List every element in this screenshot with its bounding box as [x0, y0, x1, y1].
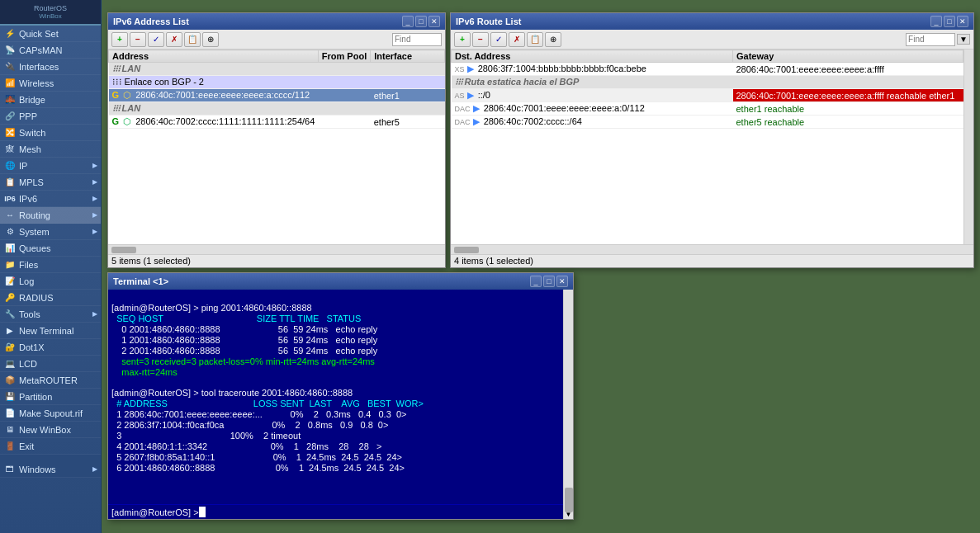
close-btn-route[interactable]: ✕: [957, 16, 968, 27]
sidebar-item-make-supout[interactable]: 📄 Make Supout.rif: [0, 405, 101, 422]
minimize-btn-addr[interactable]: _: [402, 16, 414, 27]
sidebar-item-bridge[interactable]: 🌉 Bridge: [0, 92, 101, 108]
maximize-btn-addr[interactable]: □: [415, 16, 427, 27]
mpls-icon: 📋: [3, 176, 17, 189]
minimize-btn-terminal[interactable]: _: [530, 276, 542, 287]
sidebar-item-partition[interactable]: 💾 Partition: [0, 389, 101, 405]
terminal-titlebar[interactable]: Terminal <1> _ □ ✕: [108, 273, 573, 290]
col-address[interactable]: Address: [109, 50, 319, 63]
terminal-cursor[interactable]: [199, 507, 206, 517]
separator-bgp: ⁝⁝⁝ Ruta estatica hacia el BGP: [452, 76, 963, 89]
copy-btn-addr[interactable]: 📋: [184, 32, 201, 47]
scrollbar-v-terminal[interactable]: ▼: [563, 290, 573, 519]
sidebar-item-new-terminal[interactable]: ▶ New Terminal: [0, 323, 101, 339]
sidebar-item-mpls[interactable]: 📋 MPLS ▶: [0, 174, 101, 191]
ipv6-route-list-titlebar[interactable]: IPv6 Route List _ □ ✕: [451, 13, 973, 30]
close-btn-addr[interactable]: ✕: [428, 16, 440, 27]
terminal-line-2: SEQ HOST SIZE TTL TIME STATUS: [111, 314, 361, 323]
table-row[interactable]: G ⬡ 2806:40c:7002:cccc:1111:1111:1111:25…: [109, 116, 445, 129]
add-btn-route[interactable]: +: [454, 32, 471, 47]
sidebar-item-wireless[interactable]: 📶 Wireless: [0, 75, 101, 92]
sidebar-item-radius[interactable]: 🔑 RADIUS: [0, 290, 101, 306]
ipv6-route-table-container[interactable]: Dst. Address Gateway XS ▶ 2806:3f7:1004:…: [451, 50, 963, 244]
ip-icon: 🌐: [3, 159, 17, 172]
scrollbar-h-route[interactable]: [451, 244, 973, 254]
filter-btn-addr[interactable]: ⊕: [202, 32, 219, 47]
winbox-controls-addr: _ □ ✕: [402, 16, 440, 27]
ipv6-address-list-titlebar[interactable]: IPv6 Address List _ □ ✕: [108, 13, 445, 30]
find-section-addr: [392, 33, 442, 46]
terminal-line-5: 2 2001:4860:4860::8888 56 59 24ms echo r…: [111, 346, 377, 356]
sidebar-item-routing[interactable]: ↔ Routing ▶: [0, 207, 101, 224]
sidebar-item-exit[interactable]: 🚪 Exit: [0, 438, 101, 455]
terminal-line-11: 4 2001:4860:1:1::3342 0% 1 28ms 28 28 >: [111, 441, 381, 451]
sidebar-item-ip[interactable]: 🌐 IP ▶: [0, 158, 101, 174]
ipv6-address-statusbar: 5 items (1 selected): [108, 254, 445, 267]
add-btn-addr[interactable]: +: [111, 32, 128, 47]
dot1x-icon: 🔐: [3, 341, 17, 354]
table-row[interactable]: XS ▶ 2806:3f7:1004:bbbb:bbbb:bbbb:f0ca:b…: [452, 63, 963, 76]
sidebar-item-files[interactable]: 📁 Files: [0, 257, 101, 273]
sidebar-item-capsman[interactable]: 📡 CAPsMAN: [0, 42, 101, 59]
col-interface[interactable]: Interface: [371, 50, 445, 63]
ipv6-route-table: Dst. Address Gateway XS ▶ 2806:3f7:1004:…: [451, 50, 963, 129]
terminal-line-8: 1 2806:40c:7001:eeee:eeee:eeee:... 0% 2 …: [111, 409, 406, 419]
sidebar-item-windows[interactable]: 🗔 Windows ▶: [0, 461, 101, 478]
find-input-route[interactable]: [906, 33, 955, 46]
sidebar-label-wireless: Wireless: [19, 78, 54, 88]
find-input-addr[interactable]: [392, 33, 442, 46]
sidebar-item-quick-set[interactable]: ⚡ Quick Set: [0, 26, 101, 42]
exit-icon: 🚪: [3, 440, 17, 453]
maximize-btn-route[interactable]: □: [944, 16, 955, 27]
sidebar-item-interfaces[interactable]: 🔌 Interfaces: [0, 59, 101, 75]
maximize-btn-terminal[interactable]: □: [543, 276, 555, 287]
sidebar-label-mesh: Mesh: [19, 144, 41, 154]
terminal-line-10: 3 100% 2 timeout: [111, 431, 301, 441]
sidebar-label-radius: RADIUS: [19, 293, 54, 303]
sidebar-item-tools[interactable]: 🔧 Tools ▶: [0, 306, 101, 323]
scroll-down-btn-terminal[interactable]: ▼: [565, 510, 573, 519]
scrollbar-h-addr[interactable]: [108, 244, 445, 254]
scrollbar-v-route[interactable]: [963, 50, 973, 244]
sidebar-item-mesh[interactable]: 🕸 Mesh: [0, 141, 101, 158]
sidebar-label-exit: Exit: [19, 441, 34, 451]
minimize-btn-route[interactable]: _: [930, 16, 942, 27]
disable-btn-route[interactable]: ✗: [509, 32, 525, 47]
mpls-arrow: ▶: [92, 178, 97, 186]
sidebar-item-lcd[interactable]: 💻 LCD: [0, 356, 101, 372]
enable-btn-addr[interactable]: ✓: [148, 32, 164, 47]
new-terminal-icon: ▶: [3, 324, 17, 337]
remove-btn-route[interactable]: −: [472, 32, 489, 47]
sidebar-item-new-winbox[interactable]: 🖥 New WinBox: [0, 422, 101, 438]
sidebar-item-ipv6[interactable]: IP6 IPv6 ▶: [0, 191, 101, 207]
sidebar-item-switch[interactable]: 🔀 Switch: [0, 125, 101, 141]
find-dropdown-btn[interactable]: ▼: [957, 34, 970, 45]
terminal-line-13: 6 2001:4860:4860::8888 0% 1 24.5ms 24.5 …: [111, 463, 405, 473]
ipv6-address-table-container[interactable]: Address From Pool Interface ⁝⁝⁝ LAN ⁝⁝⁝ …: [108, 50, 445, 244]
sidebar-item-log[interactable]: 📝 Log: [0, 273, 101, 290]
remove-btn-addr[interactable]: −: [130, 32, 146, 47]
table-row[interactable]: DAC ▶ 2806:40c:7001:eeee:eeee:eeee:a:0/1…: [452, 102, 963, 116]
table-row[interactable]: ⁝⁝⁝ Enlace con BGP - 2: [109, 76, 445, 89]
iface-cell-2: ether5: [371, 116, 445, 129]
terminal-line-6: [admin@RouterOS] > tool traceroute 2001:…: [111, 388, 353, 398]
copy-btn-route[interactable]: 📋: [527, 32, 543, 47]
close-btn-terminal[interactable]: ✕: [556, 276, 568, 287]
disable-btn-addr[interactable]: ✗: [166, 32, 182, 47]
enable-btn-route[interactable]: ✓: [490, 32, 507, 47]
sidebar-item-ppp[interactable]: 🔗 PPP: [0, 108, 101, 125]
sidebar-item-dot1x[interactable]: 🔐 Dot1X: [0, 339, 101, 356]
sidebar-item-system[interactable]: ⚙ System ▶: [0, 224, 101, 240]
table-row[interactable]: G ⬡ 2806:40c:7001:eeee:eeee:eeee:a:cccc/…: [109, 89, 445, 102]
table-row[interactable]: AS ▶ ::/0 2806:40c:7001:eeee:eeee:eeee:a…: [452, 89, 963, 102]
filter-btn-route[interactable]: ⊕: [545, 32, 561, 47]
quick-set-icon: ⚡: [3, 27, 17, 40]
col-dst-address[interactable]: Dst. Address: [452, 50, 733, 63]
sidebar-label-lcd: LCD: [19, 359, 37, 369]
sidebar-item-queues[interactable]: 📊 Queues: [0, 240, 101, 257]
col-gateway[interactable]: Gateway: [733, 50, 963, 63]
terminal-body[interactable]: [admin@RouterOS] > ping 2001:4860:4860::…: [108, 290, 573, 504]
table-row[interactable]: DAC ▶ 2806:40c:7002:cccc::/64 ether5 rea…: [452, 116, 963, 129]
col-from-pool[interactable]: From Pool: [318, 50, 370, 63]
sidebar-item-metarouter[interactable]: 📦 MetaROUTER: [0, 372, 101, 389]
